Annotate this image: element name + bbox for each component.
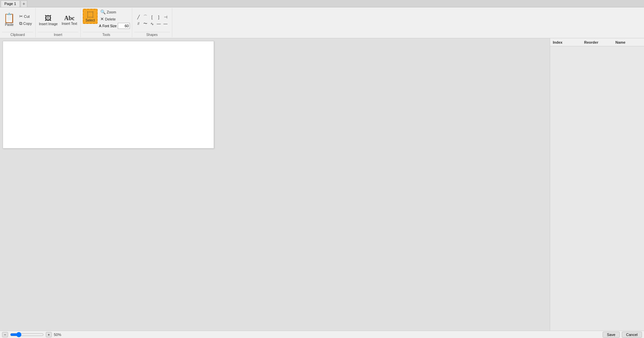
copy-icon: ⧉: [19, 21, 22, 26]
zoom-slider[interactable]: [10, 332, 44, 337]
copy-label: Copy: [23, 22, 32, 26]
copy-button[interactable]: ⧉ Copy: [18, 20, 33, 27]
shape-dash[interactable]: —: [156, 21, 162, 27]
insert-label: Insert: [38, 32, 79, 37]
insert-text-label: Insert Text: [62, 22, 77, 26]
status-bar-right: Save Cancel: [603, 332, 642, 338]
clipboard-small-buttons: ✂ Cut ⧉ Copy: [18, 13, 33, 27]
tab-bar: Page 1 +: [0, 0, 644, 7]
add-tab-button[interactable]: +: [21, 0, 27, 7]
cut-icon: ✂: [19, 14, 23, 19]
shapes-group: ╱ ⌒ [ ] ⊣ // 〜 ∿ — — Shapes: [132, 8, 172, 37]
status-bar: − + 50% Save Cancel: [0, 331, 644, 338]
insert-image-button[interactable]: 🖼 Insert Image: [38, 14, 59, 27]
insert-group: 🖼 Insert Image Abc Insert Text Insert: [36, 8, 81, 37]
font-size-label: Font Size: [102, 24, 116, 28]
tools-group-content: ⬚ Select 🔍 Zoom ✕ Delete A Font Size: [83, 9, 130, 32]
tools-label: Tools: [83, 32, 130, 37]
right-panel-header: Index Reorder Name: [550, 38, 644, 46]
paste-icon: 📋: [3, 13, 15, 23]
right-panel-content: [550, 46, 644, 331]
insert-text-icon: Abc: [64, 15, 75, 21]
add-tab-icon: +: [23, 1, 25, 6]
clipboard-group-content: 📋 Paste ✂ Cut ⧉ Copy: [2, 9, 33, 32]
select-icon: ⬚: [87, 10, 94, 18]
shape-line[interactable]: ╱: [136, 14, 142, 20]
zoom-in-button[interactable]: +: [46, 332, 52, 337]
shape-tee[interactable]: ⊣: [163, 14, 169, 20]
ribbon: 📋 Paste ✂ Cut ⧉ Copy Clipboard 🖼 Insert …: [0, 7, 644, 38]
save-button[interactable]: Save: [603, 332, 620, 338]
clipboard-label: Clipboard: [2, 32, 33, 37]
col-reorder-header: Reorder: [581, 39, 613, 46]
right-panel: Index Reorder Name: [550, 38, 644, 331]
cut-label: Cut: [24, 14, 30, 18]
main-area: Index Reorder Name: [0, 38, 644, 331]
delete-label: Delete: [105, 17, 116, 21]
clipboard-group: 📋 Paste ✂ Cut ⧉ Copy Clipboard: [0, 8, 36, 37]
insert-group-content: 🖼 Insert Image Abc Insert Text: [38, 9, 79, 32]
page-canvas: [3, 41, 214, 149]
paste-button[interactable]: 📋 Paste: [2, 12, 16, 28]
font-size-row: A Font Size: [99, 23, 130, 29]
zoom-label: Zoom: [107, 10, 116, 14]
canvas-area[interactable]: [0, 38, 550, 331]
tab-label: Page 1: [4, 2, 16, 6]
shape-wave[interactable]: 〜: [142, 21, 148, 27]
shapes-grid-container: ╱ ⌒ [ ] ⊣ // 〜 ∿ — —: [134, 9, 170, 32]
select-label: Select: [85, 18, 95, 22]
cut-button[interactable]: ✂ Cut: [18, 13, 31, 19]
col-index-header: Index: [550, 39, 581, 46]
cancel-button[interactable]: Cancel: [622, 332, 642, 338]
font-size-icon: A: [99, 24, 101, 28]
zoom-icon: 🔍: [100, 9, 106, 14]
insert-image-icon: 🖼: [45, 15, 51, 22]
col-name-header: Name: [613, 39, 644, 46]
shape-arc[interactable]: ⌒: [142, 14, 148, 20]
delete-button[interactable]: ✕ Delete: [99, 16, 130, 22]
page-1-tab[interactable]: Page 1: [1, 0, 20, 7]
shape-line2[interactable]: —: [163, 21, 169, 27]
shapes-label: Shapes: [134, 32, 170, 37]
tools-group: ⬚ Select 🔍 Zoom ✕ Delete A Font Size: [81, 8, 132, 37]
zoom-level: 50%: [54, 333, 61, 337]
delete-icon: ✕: [100, 16, 104, 22]
tools-small-buttons: 🔍 Zoom ✕ Delete A Font Size: [99, 9, 130, 29]
shape-bracket-open[interactable]: [: [149, 14, 155, 20]
insert-text-button[interactable]: Abc Insert Text: [60, 14, 78, 27]
zoom-button[interactable]: 🔍 Zoom: [99, 9, 130, 15]
shape-sine[interactable]: ∿: [149, 21, 155, 27]
shape-bracket-close[interactable]: ]: [156, 14, 162, 20]
select-button[interactable]: ⬚ Select: [83, 9, 98, 24]
insert-image-label: Insert Image: [39, 22, 58, 26]
zoom-out-button[interactable]: −: [2, 332, 8, 337]
shape-double-slash[interactable]: //: [136, 21, 142, 27]
paste-label: Paste: [5, 23, 14, 27]
shapes-grid: ╱ ⌒ [ ] ⊣ // 〜 ∿ — —: [134, 13, 170, 28]
font-size-input[interactable]: [118, 23, 130, 29]
